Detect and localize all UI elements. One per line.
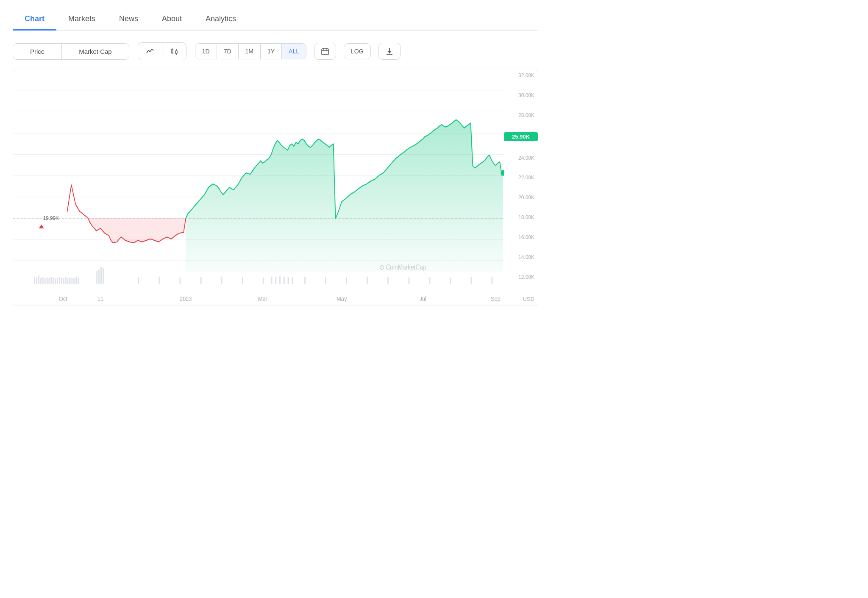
tab-bar: Chart Markets News About Analytics <box>13 8 538 31</box>
y-label-22k: 22.00K <box>504 175 538 181</box>
log-button[interactable]: LOG <box>344 43 371 59</box>
tab-analytics[interactable]: Analytics <box>194 8 248 31</box>
y-label-14k: 14.00K <box>504 254 538 260</box>
svg-rect-63 <box>346 277 347 284</box>
y-axis: 32.00K 30.00K 28.00K 25.90K 24.00K 22.00… <box>504 69 538 306</box>
candle-chart-button[interactable] <box>162 43 186 60</box>
svg-rect-28 <box>47 278 48 284</box>
svg-rect-34 <box>59 277 60 284</box>
svg-rect-69 <box>470 277 472 284</box>
svg-rect-58 <box>284 277 285 284</box>
svg-rect-6 <box>322 49 328 55</box>
x-label-jul: Jul <box>419 295 426 302</box>
svg-rect-26 <box>42 277 44 284</box>
svg-rect-45 <box>98 270 100 284</box>
x-label-2023: 2023 <box>180 295 192 302</box>
chart-type-group <box>138 42 186 60</box>
time-7d-button[interactable]: 7D <box>217 44 239 59</box>
svg-rect-40 <box>71 278 72 284</box>
y-label-28k: 28.00K <box>504 112 538 118</box>
y-label-30k: 30.00K <box>504 92 538 98</box>
price-marker <box>39 225 44 228</box>
y-label-12k: 12.00K <box>504 274 538 280</box>
svg-rect-55 <box>271 277 272 284</box>
time-period-group: 1D 7D 1M 1Y ALL <box>195 43 306 59</box>
svg-rect-62 <box>325 277 326 284</box>
svg-rect-35 <box>61 278 62 284</box>
svg-rect-50 <box>180 278 181 284</box>
svg-rect-66 <box>408 278 409 284</box>
svg-rect-0 <box>171 50 173 53</box>
svg-rect-51 <box>200 277 202 284</box>
svg-rect-59 <box>288 277 289 284</box>
svg-rect-57 <box>279 276 281 284</box>
currency-label: USD <box>523 296 534 302</box>
x-label-oct: Oct <box>59 295 67 302</box>
svg-rect-53 <box>242 277 243 284</box>
svg-rect-54 <box>263 278 264 284</box>
svg-rect-41 <box>73 278 75 284</box>
tab-about[interactable]: About <box>150 8 194 31</box>
svg-rect-65 <box>387 277 389 284</box>
svg-rect-56 <box>275 277 276 284</box>
svg-rect-48 <box>138 277 139 284</box>
svg-rect-70 <box>492 277 493 284</box>
download-button[interactable] <box>378 43 401 60</box>
svg-rect-24 <box>38 275 39 284</box>
svg-rect-23 <box>36 278 37 284</box>
chart-controls: Price Market Cap 1D 7D 1M 1Y ALL <box>13 42 538 60</box>
chart-inner[interactable]: 19.99K <box>13 69 504 306</box>
watermark-text: ⊙ CoinMarketCap <box>379 264 426 271</box>
tab-news[interactable]: News <box>107 8 150 31</box>
svg-rect-32 <box>55 278 56 284</box>
time-1d-button[interactable]: 1D <box>195 44 217 59</box>
y-label-32k: 32.00K <box>504 72 538 78</box>
price-chart-container: 19.99K <box>13 69 538 306</box>
svg-rect-42 <box>75 277 77 284</box>
svg-rect-3 <box>175 51 177 53</box>
svg-rect-49 <box>159 277 160 284</box>
svg-rect-46 <box>100 267 102 284</box>
svg-rect-64 <box>367 277 368 284</box>
svg-rect-29 <box>48 278 50 284</box>
market-cap-toggle-button[interactable]: Market Cap <box>62 44 129 59</box>
time-1m-button[interactable]: 1M <box>239 44 261 59</box>
y-label-16k: 16.00K <box>504 234 538 240</box>
svg-rect-31 <box>53 278 54 284</box>
svg-rect-61 <box>304 277 306 284</box>
chart-svg: 19.99K <box>13 69 504 306</box>
tab-chart[interactable]: Chart <box>13 8 56 31</box>
y-label-current-price: 25.90K <box>504 132 538 141</box>
svg-rect-52 <box>221 277 223 284</box>
y-label-20k: 20.00K <box>504 195 538 200</box>
svg-rect-38 <box>67 278 69 284</box>
svg-rect-27 <box>45 278 46 284</box>
svg-rect-39 <box>69 278 70 284</box>
svg-rect-30 <box>50 277 52 284</box>
svg-rect-37 <box>65 277 67 284</box>
svg-rect-47 <box>103 268 104 284</box>
x-label-sep: Sep <box>491 295 501 302</box>
tab-markets[interactable]: Markets <box>56 8 107 31</box>
time-1y-button[interactable]: 1Y <box>261 44 282 59</box>
line-chart-button[interactable] <box>138 43 162 60</box>
time-all-button[interactable]: ALL <box>282 44 306 59</box>
svg-rect-60 <box>292 278 293 284</box>
svg-rect-43 <box>78 278 79 284</box>
calendar-button[interactable] <box>314 43 336 60</box>
price-toggle-button[interactable]: Price <box>13 44 62 59</box>
svg-rect-67 <box>429 277 430 284</box>
start-price-label: 19.99K <box>43 215 59 222</box>
svg-rect-68 <box>450 278 451 284</box>
svg-rect-22 <box>34 277 35 284</box>
download-icon <box>386 47 393 55</box>
x-label-11: 11 <box>97 295 103 302</box>
svg-rect-44 <box>96 271 97 284</box>
x-label-may: May <box>337 295 347 302</box>
calendar-icon <box>321 47 329 55</box>
candle-chart-icon <box>170 47 178 56</box>
svg-rect-36 <box>63 278 64 284</box>
svg-rect-33 <box>57 278 58 284</box>
line-chart-icon <box>146 47 154 56</box>
y-label-18k: 18.00K <box>504 214 538 220</box>
